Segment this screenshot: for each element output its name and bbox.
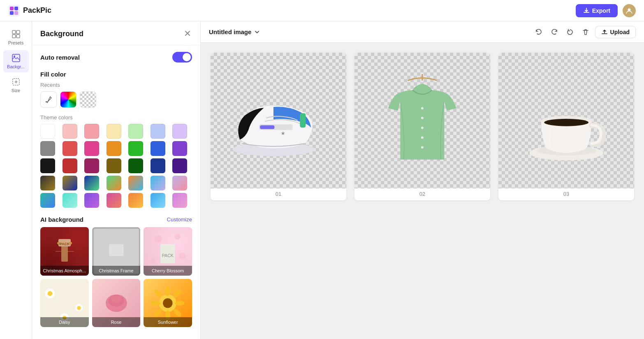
color-grad-sky[interactable] — [151, 193, 165, 208]
color-grad-dark[interactable] — [40, 176, 55, 190]
recents-label: Recents — [40, 82, 192, 88]
color-white[interactable] — [40, 124, 55, 139]
canvas-cell-01[interactable]: ★ 01 — [211, 53, 346, 200]
canvas-cell-label-01: 01 — [276, 191, 281, 197]
gradient-color-swatch[interactable] — [60, 91, 76, 108]
ai-bg-christmas-frame[interactable]: PACK Christmas Frame — [92, 227, 141, 276]
panel-close-button[interactable] — [183, 29, 192, 39]
ai-bg-christmas-atm[interactable]: PACK Christmas Atmosph... — [40, 227, 89, 276]
color-grad-mint[interactable] — [63, 193, 77, 208]
trash-icon — [582, 28, 589, 36]
svg-rect-7 — [16, 30, 20, 34]
color-dark-red[interactable] — [63, 158, 77, 173]
auto-removal-toggle[interactable] — [172, 52, 192, 63]
sidebar-item-background[interactable]: Backgr... — [3, 50, 29, 72]
background-panel: Background Auto removal Fill color Recen… — [32, 21, 201, 339]
canvas-title-group[interactable]: Untitled image — [209, 28, 260, 35]
svg-point-25 — [175, 234, 181, 239]
color-gray[interactable] — [40, 141, 55, 156]
color-grad-blue-green[interactable] — [84, 176, 99, 190]
color-light-blue[interactable] — [151, 124, 165, 139]
canvas-cell-label-03: 03 — [563, 191, 569, 197]
transparent-swatch[interactable] — [80, 91, 96, 108]
color-red[interactable] — [63, 141, 77, 156]
ai-bg-sunflower[interactable]: Sunflower — [144, 279, 192, 327]
shoe-image: ★ — [225, 67, 331, 173]
color-dark-rose[interactable] — [84, 158, 99, 173]
panel-title: Background — [40, 30, 83, 38]
canvas-area: Untitled image — [201, 21, 644, 339]
color-grad-pink-lavender[interactable] — [172, 193, 187, 208]
eyedropper-icon — [45, 96, 52, 103]
color-grad-pink-peach[interactable] — [107, 193, 121, 208]
color-green[interactable] — [128, 141, 143, 156]
sidebar-item-size[interactable]: Size — [3, 74, 29, 96]
color-grad-orange-sky[interactable] — [128, 176, 143, 190]
refresh-button[interactable] — [564, 26, 576, 38]
svg-point-24 — [154, 235, 162, 243]
color-light-pink[interactable] — [63, 124, 77, 139]
delete-button[interactable] — [579, 26, 592, 38]
svg-point-59 — [421, 146, 424, 149]
color-blue[interactable] — [151, 141, 165, 156]
color-dark-purple[interactable] — [172, 158, 187, 173]
svg-point-26 — [179, 253, 185, 259]
undo-button[interactable] — [533, 26, 545, 38]
avatar[interactable] — [623, 4, 636, 17]
size-icon — [12, 77, 21, 86]
svg-point-33 — [77, 306, 81, 310]
panel-content: Auto removal Fill color Recents Theme co… — [32, 45, 200, 339]
refresh-icon — [566, 28, 574, 36]
color-olive[interactable] — [107, 158, 121, 173]
color-grad-gold-blue[interactable] — [63, 176, 77, 190]
color-grad-peach-gold[interactable] — [128, 193, 143, 208]
ai-bg-daisy[interactable]: Daisy — [40, 279, 89, 327]
recents-row — [40, 91, 192, 108]
canvas-actions: Upload — [533, 26, 636, 38]
svg-point-18 — [57, 242, 60, 244]
color-dark-green[interactable] — [128, 158, 143, 173]
ai-bg-cherry-blossom[interactable]: PACK Cherry Blossom — [144, 227, 192, 276]
color-purple[interactable] — [172, 141, 187, 156]
color-cream[interactable] — [107, 124, 121, 139]
color-pink[interactable] — [84, 124, 99, 139]
color-orange[interactable] — [107, 141, 121, 156]
ai-bg-grid: PACK Christmas Atmosph... — [40, 227, 192, 327]
canvas-cell-03[interactable]: 03 — [498, 53, 634, 200]
color-grad-green-orange[interactable] — [107, 176, 121, 190]
color-grad-lavender-pink[interactable] — [172, 176, 187, 190]
color-black[interactable] — [40, 158, 55, 173]
canvas-cell-label-02: 02 — [419, 191, 425, 197]
svg-point-57 — [421, 127, 424, 129]
fill-color-title: Fill color — [40, 71, 192, 78]
customize-link[interactable]: Customize — [167, 216, 192, 223]
eyedropper-swatch[interactable] — [40, 91, 57, 108]
svg-text:★: ★ — [281, 131, 285, 136]
canvas-cell-img-02 — [354, 53, 490, 188]
ai-bg-header: AI background Customize — [40, 216, 192, 223]
svg-rect-2 — [14, 7, 18, 10]
redo-button[interactable] — [548, 26, 561, 38]
undo-icon — [535, 28, 542, 36]
svg-rect-9 — [16, 35, 20, 38]
color-light-green[interactable] — [128, 124, 143, 139]
color-dark-blue[interactable] — [151, 158, 165, 173]
app-name: PackPic — [23, 6, 51, 15]
background-icon — [12, 53, 21, 63]
color-grad-violet[interactable] — [84, 193, 99, 208]
header-right: Export — [576, 4, 636, 17]
presets-icon — [12, 30, 21, 39]
canvas-cell-02[interactable]: 02 — [354, 53, 490, 200]
sidebar-item-presets[interactable]: Presets — [3, 26, 29, 49]
color-grad-sky-lavender[interactable] — [151, 176, 165, 190]
ai-bg-rose[interactable]: Rose — [92, 279, 141, 327]
svg-rect-6 — [12, 30, 16, 34]
color-light-purple[interactable] — [172, 124, 187, 139]
sidebar-item-presets-label: Presets — [8, 40, 23, 45]
color-rose[interactable] — [84, 141, 99, 156]
upload-button[interactable]: Upload — [595, 26, 636, 38]
export-button[interactable]: Export — [576, 4, 618, 17]
sidebar-item-size-label: Size — [12, 88, 20, 93]
svg-point-19 — [69, 242, 72, 244]
color-grad-teal-blue[interactable] — [40, 193, 55, 208]
